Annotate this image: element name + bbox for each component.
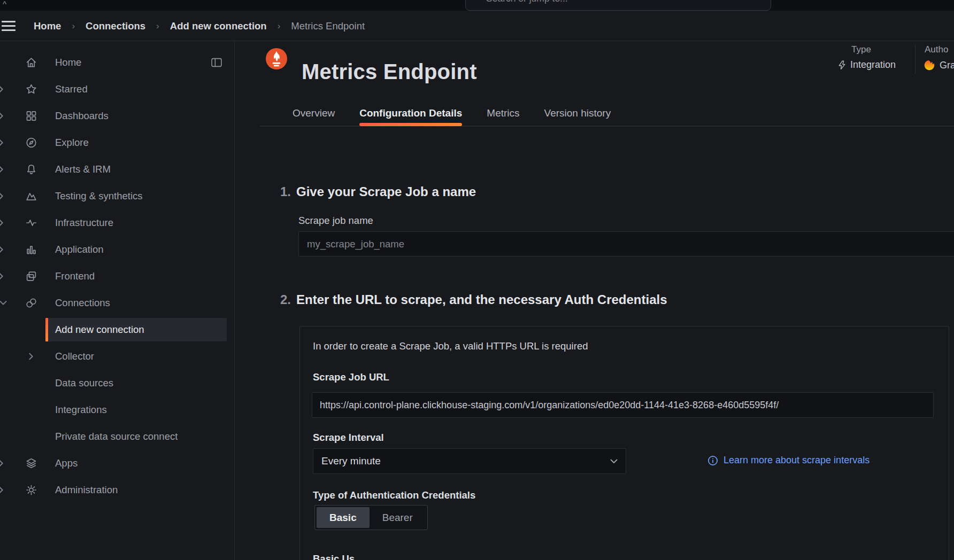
grafana-logo-icon <box>924 59 935 71</box>
tab-bar: OverviewConfiguration DetailsMetricsVers… <box>293 100 611 126</box>
frontend-icon <box>25 270 37 283</box>
section-2-number: 2. <box>280 292 291 307</box>
auth-option-basic[interactable]: Basic <box>317 507 370 528</box>
sidebar-item-starred[interactable]: Starred <box>0 76 234 103</box>
bars-icon <box>25 244 37 256</box>
chevron-right-icon[interactable] <box>28 353 34 361</box>
section-2-title: Enter the URL to scrape, and the necessa… <box>296 292 667 307</box>
auth-option-bearer[interactable]: Bearer <box>370 507 426 528</box>
chevron-right-icon[interactable] <box>0 219 4 227</box>
gear-icon <box>25 484 37 496</box>
sidebar-item-infrastructure[interactable]: Infrastructure <box>0 209 234 236</box>
meta-divider <box>915 44 915 74</box>
sidebar-item-label: Collector <box>55 351 94 362</box>
breadcrumb-separator: › <box>278 21 281 32</box>
sidebar-item-private-data-source-connect[interactable]: Private data source connect <box>0 423 234 450</box>
bell-icon <box>25 164 37 176</box>
panel-intro-text: In order to create a Scrape Job, a valid… <box>313 340 588 352</box>
sidebar-item-label: Application <box>55 244 104 255</box>
chevron-right-icon[interactable] <box>0 112 4 120</box>
chevron-down-icon <box>610 459 618 464</box>
sidebar-item-collector[interactable]: Collector <box>0 343 234 370</box>
basic-username-label-clipped: Basic Us <box>313 553 355 560</box>
chevron-right-icon[interactable] <box>0 166 4 174</box>
search-input[interactable] <box>485 0 742 5</box>
strip-divider <box>0 11 954 11</box>
sidebar-item-label: Private data source connect <box>55 431 178 442</box>
menu-icon[interactable] <box>2 18 20 34</box>
tab-version-history[interactable]: Version history <box>544 100 611 126</box>
breadcrumb-separator: › <box>156 21 159 32</box>
breadcrumb-add-new-connection[interactable]: Add new connection <box>170 20 267 32</box>
sidebar-item-connections[interactable]: Connections <box>0 290 234 316</box>
chevron-down-icon[interactable] <box>0 300 7 306</box>
sidebar-item-label: Testing & synthetics <box>55 190 143 202</box>
caret-glyph: ^ <box>3 0 6 8</box>
grid-icon <box>25 110 37 122</box>
breadcrumb-metrics-endpoint: Metrics Endpoint <box>291 20 365 32</box>
scrape-interval-select[interactable]: Every minute <box>313 448 626 474</box>
sidebar-nav: HomeStarredDashboardsExploreAlerts & IRM… <box>0 49 234 503</box>
links-icon <box>25 297 37 309</box>
sidebar-item-explore[interactable]: Explore <box>0 129 234 156</box>
dock-menu-icon[interactable] <box>211 58 222 67</box>
breadcrumb-connections[interactable]: Connections <box>86 20 145 32</box>
home-icon <box>25 57 37 69</box>
sidebar-item-data-sources[interactable]: Data sources <box>0 370 234 396</box>
scrape-interval-label: Scrape Interval <box>313 432 384 444</box>
chevron-right-icon[interactable] <box>0 486 4 494</box>
meta-author: Autho Gra <box>924 44 954 71</box>
scrape-job-name-label: Scrape job name <box>298 215 373 227</box>
sidebar-item-label: Data sources <box>55 377 113 389</box>
chevron-right-icon[interactable] <box>0 460 4 468</box>
chevron-right-icon[interactable] <box>0 85 4 94</box>
section-1-title: Give your Scrape Job a name <box>296 184 476 199</box>
breadcrumb-bar: Home›Connections›Add new connection›Metr… <box>0 11 954 41</box>
sidebar-item-frontend[interactable]: Frontend <box>0 263 234 290</box>
layers-icon <box>25 457 37 470</box>
sidebar-item-administration[interactable]: Administration <box>0 477 234 503</box>
tab-overview[interactable]: Overview <box>293 100 335 126</box>
chevron-right-icon[interactable] <box>0 192 4 200</box>
scrape-job-url-input[interactable] <box>312 392 934 418</box>
sidebar-item-label: Administration <box>55 484 118 496</box>
pulse-icon <box>25 217 37 229</box>
sidebar-item-add-new-connection[interactable]: Add new connection <box>0 316 234 343</box>
sidebar-item-home[interactable]: Home <box>0 49 234 76</box>
author-value: Gra <box>940 60 954 71</box>
sidebar-item-label: Home <box>55 57 81 68</box>
auth-type-label: Type of Authentication Credentials <box>313 489 475 501</box>
sidebar-item-application[interactable]: Application <box>0 236 234 263</box>
scrape-job-name-input[interactable] <box>298 231 954 256</box>
global-search[interactable] <box>465 0 771 11</box>
star-icon <box>25 83 37 96</box>
breadcrumb-separator: › <box>72 21 75 32</box>
sidebar-item-label: Connections <box>55 297 110 309</box>
sidebar-item-testing-synthetics[interactable]: Testing & synthetics <box>0 183 234 209</box>
selected-item-accent-bar <box>45 318 48 341</box>
chevron-right-icon[interactable] <box>0 246 4 254</box>
breadcrumb-home[interactable]: Home <box>34 20 61 32</box>
chevron-right-icon[interactable] <box>0 139 4 147</box>
sidebar-item-label: Apps <box>55 457 78 469</box>
sidebar-item-alerts-irm[interactable]: Alerts & IRM <box>0 156 234 183</box>
sidebar-item-apps[interactable]: Apps <box>0 450 234 477</box>
scrape-intervals-link[interactable]: Learn more about scrape intervals <box>707 455 870 466</box>
sidebar: HomeStarredDashboardsExploreAlerts & IRM… <box>0 41 235 560</box>
sidebar-item-integrations[interactable]: Integrations <box>0 396 234 423</box>
sidebar-item-dashboards[interactable]: Dashboards <box>0 103 234 129</box>
info-icon <box>707 455 718 466</box>
top-strip: ^ <box>0 0 954 11</box>
type-value: Integration <box>850 59 896 71</box>
page-title: Metrics Endpoint <box>302 60 477 84</box>
meta-type: Type Integration <box>838 44 896 71</box>
auth-type-toggle: BasicBearer <box>314 505 428 530</box>
sidebar-item-label: Starred <box>55 83 88 95</box>
author-label: Autho <box>925 44 954 55</box>
tab-configuration-details[interactable]: Configuration Details <box>359 100 462 126</box>
section-1-heading: 1. Give your Scrape Job a name <box>280 184 476 199</box>
sidebar-item-label: Explore <box>55 137 89 149</box>
tab-metrics[interactable]: Metrics <box>487 100 519 126</box>
chevron-right-icon[interactable] <box>0 273 4 281</box>
mountain-icon <box>25 190 37 203</box>
